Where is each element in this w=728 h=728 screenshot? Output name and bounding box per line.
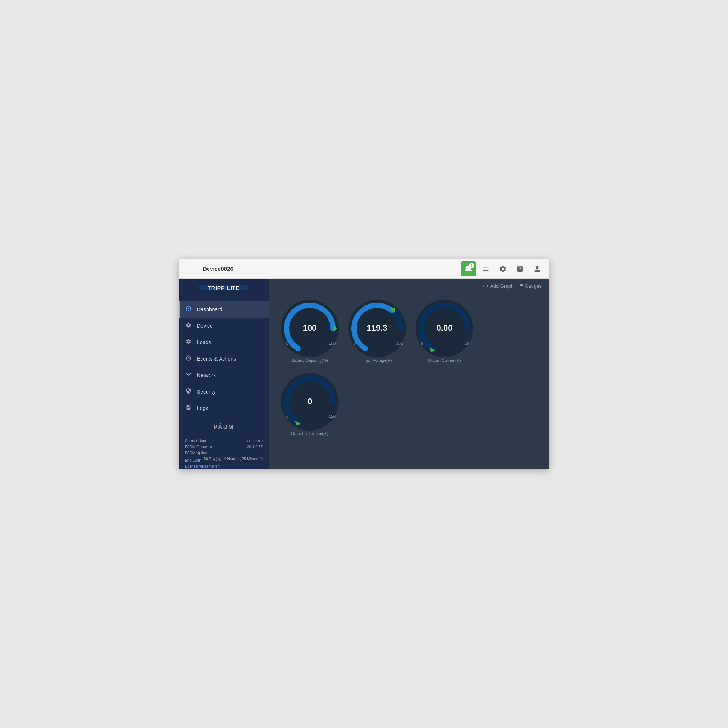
- sidebar-item-loads[interactable]: Loads: [179, 334, 269, 350]
- brand-logo: TRIPP·LITE: [199, 282, 248, 295]
- gauge-label-output-current: Output Current(A): [428, 358, 460, 362]
- header-icons: 0: [461, 262, 545, 277]
- alerts-badge: 0: [469, 263, 474, 268]
- add-graph-button[interactable]: + + Add Graph: [482, 283, 514, 289]
- svg-point-4: [188, 308, 189, 309]
- user-button[interactable]: [530, 262, 545, 277]
- loads-icon: [185, 338, 192, 346]
- sidebar-item-network[interactable]: Network: [179, 367, 269, 384]
- gauges-label: Gauges: [525, 283, 542, 289]
- padm-logo: PÁDM: [179, 419, 269, 435]
- dashboard-icon: [185, 306, 192, 313]
- settings-button[interactable]: [495, 262, 510, 277]
- firmware-row: PADM Firmware: 20.1.0.87: [185, 444, 263, 450]
- menu-button[interactable]: [183, 262, 197, 276]
- current-user-value: localadmin: [245, 438, 263, 444]
- gauges-icon: ≡: [520, 283, 523, 289]
- header-bar: Device0026 0: [179, 259, 549, 279]
- uptime-row: PADM Uptime: 50 Day(s), 14 Hour(s), 25 M…: [185, 450, 263, 456]
- svg-text:0.00: 0.00: [437, 323, 453, 333]
- gauge-wrapper-battery-capacity: 100 0 100 Battery Capacity(%): [280, 297, 340, 362]
- security-icon: [185, 388, 192, 395]
- device-name: Device0026: [203, 266, 234, 272]
- gauge-container-output-current: 0.00 0 50: [414, 297, 474, 356]
- gauge-label-input-voltage: Input Voltage(V): [362, 358, 392, 362]
- main-area: TRIPP·LITE Dashboard: [179, 279, 549, 469]
- sidebar-label-device: Device: [197, 323, 213, 329]
- logs-icon: [185, 404, 192, 412]
- sidebar-item-security[interactable]: Security: [179, 384, 269, 400]
- current-user-row: Current User: localadmin: [185, 438, 263, 444]
- header-left: Device0026: [183, 262, 234, 276]
- svg-text:0: 0: [307, 396, 312, 406]
- alerts-button[interactable]: 0: [461, 262, 476, 277]
- gauge-container-battery-capacity: 100 0 100: [280, 297, 340, 356]
- sidebar-logo: TRIPP·LITE: [179, 279, 269, 298]
- book-button[interactable]: [478, 262, 493, 277]
- gauge-container-output-utilization: 0 0 120: [280, 370, 340, 430]
- gauge-label-output-utilization: Output Utilization(%): [291, 431, 329, 436]
- svg-text:120: 120: [329, 414, 336, 419]
- tripp-lite-logo: TRIPP·LITE: [199, 282, 248, 293]
- add-graph-icon: +: [482, 283, 485, 289]
- gauge-wrapper-output-current: 0.00 0 50 Output Current(A): [414, 297, 474, 362]
- gauge-label-battery-capacity: Battery Capacity(%): [291, 358, 328, 362]
- network-icon: [185, 372, 192, 379]
- sidebar-item-device[interactable]: Device: [179, 318, 269, 334]
- sidebar-label-logs: Logs: [197, 405, 208, 411]
- svg-text:100: 100: [329, 341, 336, 345]
- help-button[interactable]: [512, 262, 528, 277]
- current-user-label: Current User:: [185, 439, 207, 443]
- sidebar-item-dashboard[interactable]: Dashboard: [179, 301, 269, 318]
- app-container: Device0026 0: [179, 259, 549, 469]
- sidebar-label-loads: Loads: [197, 339, 211, 345]
- svg-text:119.3: 119.3: [367, 323, 387, 333]
- firmware-label: PADM Firmware:: [185, 445, 213, 449]
- svg-text:0: 0: [421, 341, 423, 345]
- uptime-label: PADM Uptime:: [185, 451, 209, 455]
- gauges-grid: 100 0 100 Battery Capacity(%) 119.3 0 15…: [269, 293, 549, 443]
- sidebar-nav: Dashboard Device: [179, 298, 269, 419]
- sidebar-label-events: Events & Actions: [197, 356, 236, 362]
- gear-icon: [499, 265, 507, 273]
- sidebar-label-security: Security: [197, 389, 216, 395]
- gauges-button[interactable]: ≡ Gauges: [520, 283, 542, 289]
- firmware-value: 20.1.0.87: [247, 444, 263, 450]
- sidebar-item-events-actions[interactable]: Events & Actions: [179, 350, 269, 367]
- content-header: + + Add Graph ≡ Gauges: [269, 279, 549, 293]
- svg-text:0: 0: [286, 414, 288, 419]
- device-icon: [185, 322, 192, 330]
- sidebar-footer: Current User: localadmin PADM Firmware: …: [179, 435, 269, 469]
- user-icon: [533, 265, 541, 273]
- svg-text:100: 100: [303, 323, 317, 333]
- sidebar: TRIPP·LITE Dashboard: [179, 279, 269, 469]
- gauge-svg-input-voltage: 119.3 0 150: [347, 297, 407, 356]
- uptime-value: 50 Day(s), 14 Hour(s), 25 Minute(s): [204, 456, 263, 462]
- gauge-svg-battery-capacity: 100 0 100: [280, 297, 340, 356]
- gauge-svg-output-current: 0.00 0 50: [414, 297, 474, 356]
- events-icon: [185, 355, 192, 362]
- gauge-svg-output-utilization: 0 0 120: [280, 370, 340, 430]
- gauge-container-input-voltage: 119.3 0 150: [347, 297, 407, 356]
- book-icon: [482, 265, 490, 273]
- sidebar-label-network: Network: [197, 372, 216, 378]
- add-graph-label: + Add Graph: [486, 283, 514, 289]
- svg-text:0: 0: [353, 341, 356, 345]
- help-icon: [516, 265, 524, 273]
- gauge-wrapper-input-voltage: 119.3 0 150 Input Voltage(V): [347, 297, 407, 362]
- svg-text:0: 0: [286, 341, 288, 345]
- svg-text:150: 150: [396, 341, 403, 345]
- svg-rect-2: [214, 291, 233, 291]
- svg-text:TRIPP·LITE: TRIPP·LITE: [208, 285, 239, 291]
- svg-text:50: 50: [465, 341, 469, 345]
- gauge-wrapper-output-utilization: 0 0 120 Output Utilization(%): [280, 370, 340, 436]
- content-area: + + Add Graph ≡ Gauges 100 0 100 Battery…: [269, 279, 549, 469]
- sidebar-label-dashboard: Dashboard: [197, 306, 223, 312]
- sidebar-item-logs[interactable]: Logs: [179, 400, 269, 416]
